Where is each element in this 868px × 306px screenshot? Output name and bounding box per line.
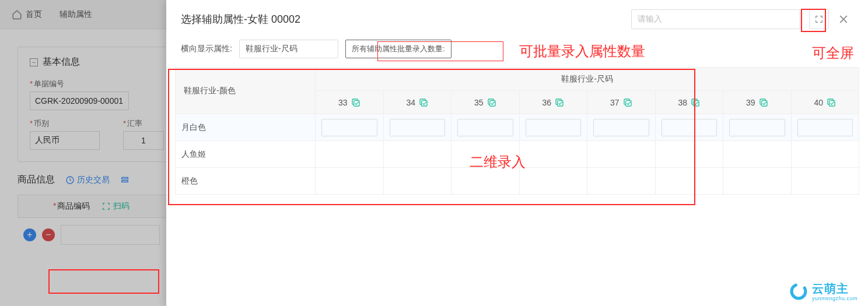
- check-icon: [487, 98, 496, 107]
- svg-rect-12: [625, 100, 631, 105]
- size-col-37[interactable]: 37: [587, 91, 656, 114]
- logo-text: 云萌主: [812, 281, 858, 297]
- qty-input[interactable]: [593, 119, 649, 136]
- qty-input[interactable]: [321, 119, 377, 136]
- qty-cell[interactable]: [452, 114, 520, 141]
- size-col-35[interactable]: 35: [452, 91, 520, 114]
- svg-rect-14: [694, 100, 699, 105]
- svg-rect-18: [830, 100, 835, 105]
- size-col-39[interactable]: 39: [723, 91, 792, 114]
- qty-cell[interactable]: [316, 168, 384, 195]
- qty-input[interactable]: [662, 119, 718, 136]
- qty-input[interactable]: [797, 119, 853, 136]
- expand-icon: [814, 15, 824, 24]
- qty-input[interactable]: [457, 119, 513, 136]
- check-icon: [759, 98, 768, 107]
- row-attr-header: 鞋服行业-颜色: [176, 68, 316, 114]
- color-cell: 月白色: [176, 114, 316, 141]
- attr-grid: 鞋服行业-颜色 鞋服行业-尺码 3334353637383940 月白色人鱼姬橙…: [175, 67, 859, 195]
- qty-cell[interactable]: [587, 141, 656, 168]
- qty-cell[interactable]: [791, 168, 859, 195]
- annot-batch: 可批量录入属性数量: [519, 42, 645, 61]
- color-cell: 人鱼姬: [176, 141, 316, 168]
- qty-cell[interactable]: [452, 168, 520, 195]
- svg-rect-16: [761, 100, 766, 105]
- check-icon: [827, 98, 836, 107]
- qty-cell[interactable]: [723, 168, 792, 195]
- svg-rect-8: [489, 100, 495, 105]
- qty-cell[interactable]: [723, 141, 792, 168]
- table-row: 橙色: [176, 168, 859, 195]
- check-icon: [419, 98, 428, 107]
- qty-cell[interactable]: [655, 168, 723, 195]
- size-col-36[interactable]: 36: [519, 91, 587, 114]
- qty-cell[interactable]: [791, 141, 859, 168]
- modal-title: 选择辅助属性-女鞋 00002: [181, 12, 631, 26]
- svg-rect-4: [354, 100, 359, 105]
- check-icon: [351, 98, 360, 107]
- qty-cell[interactable]: [383, 168, 452, 195]
- fullscreen-button[interactable]: [809, 9, 829, 29]
- col-group-header: 鞋服行业-尺码: [316, 68, 859, 91]
- qty-cell[interactable]: [723, 114, 792, 141]
- annot-fullscreen: 可全屏: [812, 44, 854, 62]
- svg-point-19: [792, 284, 806, 298]
- qty-cell[interactable]: [791, 114, 859, 141]
- logo-url: yunmengzhu.com: [812, 296, 858, 301]
- brand-logo: 云萌主 yunmengzhu.com: [789, 281, 858, 301]
- qty-cell[interactable]: [655, 114, 723, 141]
- size-col-33[interactable]: 33: [316, 91, 384, 114]
- qty-cell[interactable]: [316, 114, 384, 141]
- qty-cell[interactable]: [316, 141, 384, 168]
- qty-cell[interactable]: [587, 114, 656, 141]
- size-col-34[interactable]: 34: [383, 91, 452, 114]
- check-icon: [555, 98, 564, 107]
- check-icon: [623, 98, 632, 107]
- horiz-label: 横向显示属性:: [181, 44, 232, 54]
- qty-cell[interactable]: [519, 141, 587, 168]
- qty-cell[interactable]: [655, 141, 723, 168]
- logo-icon: [789, 282, 808, 301]
- close-icon: [838, 13, 849, 25]
- close-button[interactable]: [834, 9, 853, 29]
- qty-input[interactable]: [526, 119, 582, 136]
- size-col-38[interactable]: 38: [655, 91, 723, 114]
- size-col-40[interactable]: 40: [791, 91, 859, 114]
- qty-input[interactable]: [390, 119, 446, 136]
- qty-cell[interactable]: [587, 168, 656, 195]
- svg-rect-10: [558, 100, 563, 105]
- batch-entry-label[interactable]: 所有辅助属性批量录入数量:: [345, 40, 452, 58]
- check-icon: [691, 98, 700, 107]
- color-cell: 橙色: [176, 168, 316, 195]
- qty-cell[interactable]: [519, 168, 587, 195]
- table-row: 月白色: [176, 114, 859, 141]
- search-input[interactable]: 请输入: [631, 9, 800, 29]
- svg-rect-6: [422, 100, 427, 105]
- horiz-select[interactable]: 鞋服行业-尺码: [239, 40, 338, 58]
- qty-cell[interactable]: [519, 114, 587, 141]
- horiz-select-value: 鞋服行业-尺码: [246, 44, 298, 54]
- qty-cell[interactable]: [383, 114, 452, 141]
- qty-input[interactable]: [729, 119, 785, 136]
- qty-cell[interactable]: [383, 141, 452, 168]
- annot-grid: 二维录入: [470, 153, 526, 171]
